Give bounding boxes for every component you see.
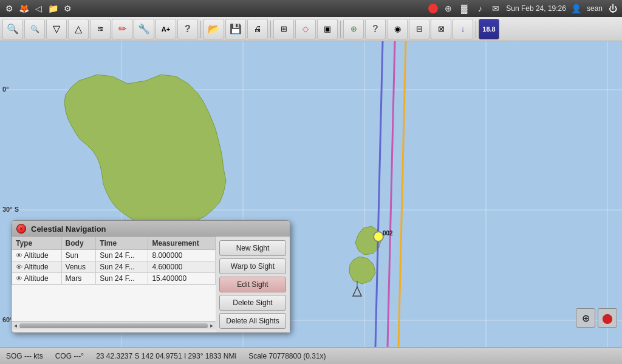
svg-text:0°: 0° [2,86,9,93]
scroll-thumb[interactable] [19,323,208,328]
col-measurement: Measurement [148,237,216,250]
row2-type: 👁 Altitude [12,261,62,273]
svg-text:002: 002 [383,230,393,237]
dialog-title: Celestial Navigation [31,224,106,234]
anchor-button[interactable]: ⊕ [343,19,364,39]
back-icon: ◁ [33,3,44,14]
table-row[interactable]: 👁 Altitude Sun Sun 24 F... 8.000000 [12,250,216,261]
row3-type: 👁 Altitude [12,273,62,285]
table-row[interactable]: 👁 Altitude Venus Sun 24 F... 4.600000 [12,261,216,273]
row1-body: Sun [61,250,96,261]
record-icon[interactable]: ⬤ [598,308,617,328]
col-time: Time [96,237,148,250]
titlebar-left: ⚙ 🦊 ◁ 📁 ⚙ [4,3,73,14]
dialog-body: Type Body Time Measurement 👁 Altitude Su… [12,237,290,332]
table-row[interactable]: 👁 Altitude Mars Sun 24 F... 15.400000 [12,273,216,285]
chart2-button[interactable]: ⊟ [409,19,429,39]
ais-button[interactable]: ▣ [317,19,338,39]
sog-label: SOG --- kts [6,352,43,360]
sights-table: Type Body Time Measurement 👁 Altitude Su… [12,237,216,285]
print-button[interactable]: 🖨 [247,19,268,39]
compass-icon[interactable]: ⊕ [576,308,595,328]
username-label: sean [587,4,603,13]
toolbar: 🔍 🔍 ▽ △ ≋ ✏ 🔧 A+ ? 📂 💾 🖨 ⊞ ◇ ▣ ⊕ ? ◉ ⊟ ⊠… [0,17,622,41]
power-icon[interactable]: ⏻ [607,3,618,14]
battery-icon: ▓ [459,3,470,14]
save-button[interactable]: 💾 [225,19,246,39]
scale-label: Scale 70778800 (0.31x) [248,352,326,360]
zoom-out-button[interactable]: 🔍 [24,19,45,39]
statusbar: SOG --- kts COG ---° 23 42.3237 S 142 04… [0,347,622,364]
folder-icon: 📁 [47,3,58,14]
text-button[interactable]: A+ [156,19,176,39]
svg-marker-13 [353,287,361,296]
open-button[interactable]: 📂 [203,19,224,39]
scroll-left-arrow[interactable]: ◂ [13,322,18,329]
dialog-close-button[interactable]: × [16,224,26,234]
row2-measurement: 4.600000 [148,261,216,273]
plugin-button[interactable]: ⊠ [431,19,451,39]
row2-time: Sun 24 F... [96,261,148,273]
track-button[interactable]: ◇ [295,19,316,39]
gear-icon: ⚙ [62,3,73,14]
dialog-buttons: New Sight Warp to Sight Edit Sight Delet… [216,237,290,332]
volume-icon: ♪ [474,3,485,14]
filter-button[interactable]: ▽ [46,19,67,39]
user-icon: 👤 [571,3,582,14]
warp-sight-button[interactable]: Warp to Sight [219,258,286,274]
row2-body: Venus [61,261,96,273]
dialog-header: × Celestial Navigation [12,221,290,237]
cog-label: COG ---° [55,352,84,360]
svg-text:30° S: 30° S [2,206,19,213]
app-icon: ⚙ [4,3,15,14]
firefox-icon: 🦊 [18,3,29,14]
wrench-button[interactable]: 🔧 [134,19,154,39]
info2-button[interactable]: ? [365,19,386,39]
svg-line-8 [375,41,383,347]
download-button[interactable]: ↓ [453,19,473,39]
toolbar-sep-2 [270,21,271,38]
delete-all-sights-button[interactable]: Delete All Sights [219,313,286,329]
row3-measurement: 15.400000 [148,273,216,285]
datetime-label: Sun Feb 24, 19:26 [506,4,566,13]
toolbar-sep-3 [340,21,341,38]
ship-button[interactable]: ⊞ [273,19,294,39]
col-type: Type [12,237,62,250]
close-btn[interactable] [428,4,438,13]
scroll-right-arrow[interactable]: ▸ [209,322,214,329]
help-button[interactable]: ? [177,19,198,39]
svg-line-9 [388,41,395,347]
svg-line-10 [398,41,406,347]
row1-measurement: 8.000000 [148,250,216,261]
titlebar: ⚙ 🦊 ◁ 📁 ⚙ ⊕ ▓ ♪ ✉ Sun Feb 24, 19:26 👤 se… [0,0,622,17]
zoom-in-button[interactable]: 🔍 [2,19,23,39]
row3-body: Mars [61,273,96,285]
titlebar-right: ⊕ ▓ ♪ ✉ Sun Feb 24, 19:26 👤 sean ⏻ [428,3,618,14]
celestial-nav-dialog: × Celestial Navigation Type Body Time Me… [11,220,290,333]
mail-icon: ✉ [490,3,501,14]
row1-type: 👁 Altitude [12,250,62,261]
delete-sight-button[interactable]: Delete Sight [219,295,286,311]
svg-point-11 [374,232,383,241]
new-sight-button[interactable]: New Sight [219,240,286,256]
table-scrollbar[interactable]: ◂ ▸ [12,321,216,329]
route-button[interactable]: ≋ [90,19,111,39]
satellite-button[interactable]: ◉ [387,19,408,39]
empty-rows-area [12,285,216,321]
bottom-right-controls: ⊕ ⬤ [576,308,617,328]
table-section: Type Body Time Measurement 👁 Altitude Su… [12,237,216,332]
position-label: 23 42.3237 S 142 04.9751 I 293° 1833 NMi [96,352,236,360]
bluetooth-icon: ⊕ [443,3,454,14]
row1-time: Sun 24 F... [96,250,148,261]
edit-sight-button[interactable]: Edit Sight [219,277,286,292]
chart-button[interactable]: △ [68,19,89,39]
row3-time: Sun 24 F... [96,273,148,285]
pencil-button[interactable]: ✏ [112,19,132,39]
toolbar-sep-1 [200,21,201,38]
map[interactable]: 002 0° 30° S 60° × Celestial Navigation … [0,41,622,347]
col-body: Body [61,237,96,250]
scale-label: 18.8 [479,19,499,39]
toolbar-sep-4 [476,21,476,38]
